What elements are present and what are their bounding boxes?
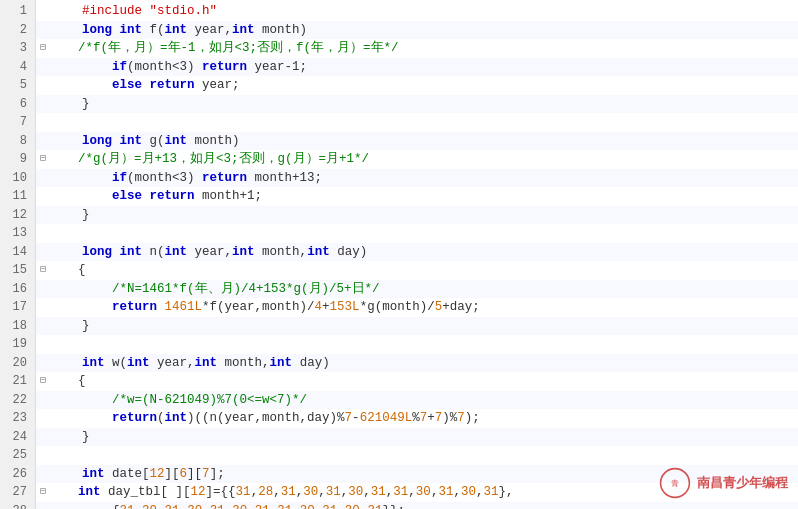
line-number-13: 13: [8, 224, 27, 243]
line-number-27: 27: [8, 483, 27, 502]
token-17-0: return: [112, 298, 165, 317]
token-28-5: 31: [165, 502, 180, 510]
indent-2: [52, 21, 82, 40]
code-line-28: {31,29,31,30,31,30,31,31,30,31,30,31}};: [36, 502, 798, 510]
line-number-10: 10: [8, 169, 27, 188]
token-23-0: return: [112, 409, 157, 428]
editor-container: 1234567891011121314151617181920212223242…: [0, 0, 798, 509]
code-area[interactable]: #include "stdio.h" long int f(int year,i…: [36, 0, 798, 509]
token-17-6: *g(month)/: [360, 298, 435, 317]
token-27-8: 31: [281, 483, 296, 502]
token-14-5: int: [232, 243, 262, 262]
token-14-3: int: [165, 243, 195, 262]
line-number-17: 17: [8, 298, 27, 317]
line-number-5: 5: [8, 76, 27, 95]
indent-15: [48, 261, 78, 280]
token-26-7: ];: [210, 465, 225, 484]
token-27-16: 31: [371, 483, 386, 502]
token-2-5: int: [232, 21, 262, 40]
line-number-11: 11: [8, 187, 27, 206]
indent-4: [52, 58, 112, 77]
token-27-6: 28: [258, 483, 273, 502]
token-27-4: 31: [236, 483, 251, 502]
line-number-15: 15: [8, 261, 27, 280]
token-27-13: ,: [341, 483, 349, 502]
code-line-15: ⊟ {: [36, 261, 798, 280]
line-number-2: 2: [8, 21, 27, 40]
token-23-11: )%: [442, 409, 457, 428]
code-line-1: #include "stdio.h": [36, 2, 798, 21]
token-27-27: },: [498, 483, 513, 502]
token-28-7: 30: [187, 502, 202, 510]
collapse-icon-27[interactable]: ⊟: [40, 483, 46, 502]
line-number-26: 26: [8, 465, 27, 484]
token-8-3: int: [165, 132, 195, 151]
code-line-23: return(int)((n(year,month,day)%7-621049L…: [36, 409, 798, 428]
token-28-24: }};: [382, 502, 405, 510]
code-line-24: }: [36, 428, 798, 447]
collapse-icon-3[interactable]: ⊟: [40, 39, 46, 58]
line-numbers: 1234567891011121314151617181920212223242…: [0, 0, 36, 509]
indent-1: [52, 2, 82, 21]
token-10-1: (month<3): [127, 169, 202, 188]
token-27-23: ,: [453, 483, 461, 502]
token-20-3: year,: [157, 354, 195, 373]
token-10-0: if: [112, 169, 127, 188]
token-28-3: 29: [142, 502, 157, 510]
code-line-5: else return year;: [36, 76, 798, 95]
token-27-15: ,: [363, 483, 371, 502]
collapse-icon-21[interactable]: ⊟: [40, 372, 46, 391]
token-27-12: 31: [326, 483, 341, 502]
token-28-1: 31: [120, 502, 135, 510]
indent-5: [52, 76, 112, 95]
line-number-3: 3: [8, 39, 27, 58]
indent-12: [52, 206, 82, 225]
token-3-0: /*f(年，月）=年-1，如月<3;否则，f(年，月）=年*/: [78, 39, 399, 58]
indent-26: [52, 465, 82, 484]
token-16-0: /*N=1461*f(年、月)/4+153*g(月)/5+日*/: [112, 280, 380, 299]
line-number-14: 14: [8, 243, 27, 262]
token-2-2: f(: [150, 21, 165, 40]
code-line-10: if(month<3) return month+13;: [36, 169, 798, 188]
indent-9: [48, 150, 78, 169]
line-number-21: 21: [8, 372, 27, 391]
token-2-3: int: [165, 21, 195, 40]
token-27-5: ,: [251, 483, 259, 502]
watermark: 青 南昌青少年编程: [659, 467, 788, 499]
indent-20: [52, 354, 82, 373]
indent-16: [52, 280, 112, 299]
token-8-1: int: [120, 132, 150, 151]
token-10-2: return: [202, 169, 255, 188]
line-number-20: 20: [8, 354, 27, 373]
indent-3: [48, 39, 78, 58]
token-27-11: ,: [318, 483, 326, 502]
line-number-25: 25: [8, 446, 27, 465]
token-27-3: ]={{: [206, 483, 236, 502]
token-2-6: month): [262, 21, 307, 40]
indent-17: [52, 298, 112, 317]
token-27-2: 12: [191, 483, 206, 502]
token-11-0: else: [112, 187, 150, 206]
code-line-21: ⊟ {: [36, 372, 798, 391]
token-8-0: long: [82, 132, 120, 151]
indent-6: [52, 95, 82, 114]
line-number-19: 19: [8, 335, 27, 354]
token-28-21: 30: [345, 502, 360, 510]
token-26-1: date[: [112, 465, 150, 484]
token-8-2: g(: [150, 132, 165, 151]
token-23-12: 7: [457, 409, 465, 428]
indent-27: [48, 483, 78, 502]
token-8-4: month): [195, 132, 240, 151]
code-line-25: [36, 446, 798, 465]
token-23-7: %: [412, 409, 420, 428]
indent-28: [52, 502, 112, 510]
token-28-15: 31: [277, 502, 292, 510]
code-line-14: long int n(int year,int month,int day): [36, 243, 798, 262]
token-26-0: int: [82, 465, 112, 484]
token-27-9: ,: [296, 483, 304, 502]
collapse-icon-9[interactable]: ⊟: [40, 150, 46, 169]
code-line-18: }: [36, 317, 798, 336]
token-28-8: ,: [202, 502, 210, 510]
token-1-0: #include "stdio.h": [82, 2, 217, 21]
collapse-icon-15[interactable]: ⊟: [40, 261, 46, 280]
